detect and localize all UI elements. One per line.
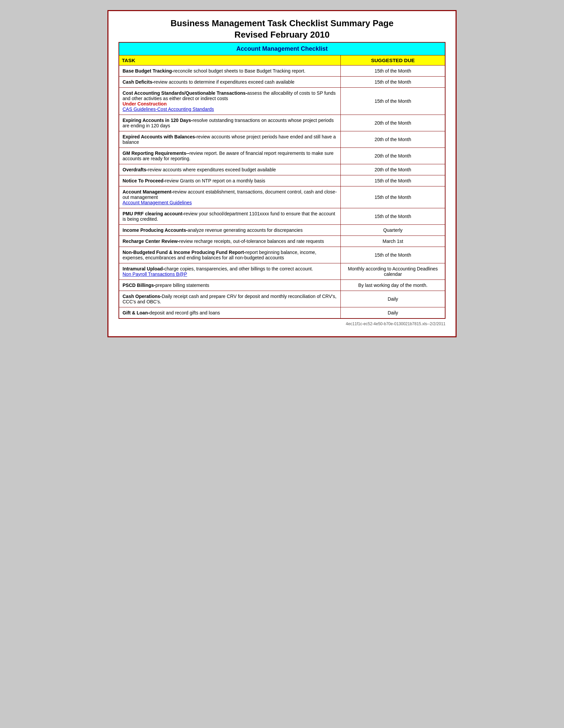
table-row: Intramural Upload-charge copies, transpa… [119, 263, 445, 280]
task-bold-text: Expired Accounts with Balances- [123, 134, 196, 139]
table-row: Account Management-review account establ… [119, 186, 445, 208]
task-normal-text: charge copies, transparencies, and other… [164, 266, 313, 271]
table-row: Non-Budgeted Fund & Income Producing Fun… [119, 247, 445, 263]
table-row: Expiring Accounts in 120 Days-resolve ou… [119, 115, 445, 131]
task-cell: PMU PRF clearing account-review your sch… [119, 208, 341, 224]
due-cell: 20th of the Month [341, 164, 445, 175]
table-row: Cash Deficits-review accounts to determi… [119, 76, 445, 87]
table-row: Expired Accounts with Balances-review ac… [119, 131, 445, 147]
task-cell: Cost Accounting Standards/Questionable T… [119, 87, 341, 115]
task-normal-text: review recharge receipts, out-of-toleran… [179, 239, 324, 244]
task-bold-text: Intramural Upload- [123, 266, 164, 271]
table-row: PMU PRF clearing account-review your sch… [119, 208, 445, 224]
header-row-labels: TASK SUGGESTED DUE [119, 55, 445, 65]
due-cell: 15th of the Month [341, 87, 445, 115]
table-row: Overdrafts-review accounts where expendi… [119, 164, 445, 175]
under-construction-text: Under Construction [123, 101, 167, 106]
title-line2: Revised February 2010 [234, 30, 329, 40]
task-normal-text: review accounts to determine if expendit… [154, 79, 294, 85]
due-cell: March 1st [341, 235, 445, 247]
due-cell: 20th of the Month [341, 147, 445, 164]
due-cell: Monthly according to Accounting Deadline… [341, 263, 445, 280]
col-due-label: SUGGESTED DUE [341, 55, 445, 65]
due-cell: 15th of the Month [341, 247, 445, 263]
due-cell: 20th of the Month [341, 115, 445, 131]
task-bold-text: Cash Deficits- [123, 79, 154, 85]
page-title: Business Management Task Checklist Summa… [119, 18, 445, 41]
footer: 4ec11f1c-ec52-4e50-b70e-0130021b7815.xls… [119, 322, 445, 326]
task-bold-text: Non-Budgeted Fund & Income Producing Fun… [123, 250, 245, 255]
due-cell: 15th of the Month [341, 175, 445, 186]
task-cell: Cash Deficits-review accounts to determi… [119, 76, 341, 87]
task-cell: Intramural Upload-charge copies, transpa… [119, 263, 341, 280]
task-bold-text: Account Management- [123, 189, 173, 195]
title-line1: Business Management Task Checklist Summa… [171, 18, 393, 28]
task-cell: Recharge Center Review-review recharge r… [119, 235, 341, 247]
task-cell: Overdrafts-review accounts where expendi… [119, 164, 341, 175]
task-bold-text: GM Reporting Requirements-- [123, 151, 189, 156]
task-bold-text: Notice To Proceed- [123, 178, 165, 183]
task-normal-text: analyze revenue generating accounts for … [188, 227, 302, 233]
page-container: Business Management Task Checklist Summa… [107, 10, 457, 337]
table-row: Income Producing Accounts-analyze revenu… [119, 224, 445, 235]
due-cell: 15th of the Month [341, 186, 445, 208]
task-cell: Gift & Loan-deposit and record gifts and… [119, 307, 341, 318]
task-cell: Expiring Accounts in 120 Days-resolve ou… [119, 115, 341, 131]
task-normal-text: review Grants on NTP report on a monthly… [165, 178, 266, 183]
task-link[interactable]: CAS Guidelines-Cost Accounting Standards [123, 106, 214, 112]
task-cell: Base Budget Tracking-reconcile school bu… [119, 65, 341, 76]
task-bold-text: Base Budget Tracking- [123, 68, 174, 74]
task-normal-text: prepare billing statements [155, 283, 209, 288]
task-link[interactable]: Account Management Guidelines [123, 200, 192, 205]
table-row: Recharge Center Review-review recharge r… [119, 235, 445, 247]
task-link[interactable]: Non Payroll Transactions B@P [123, 271, 187, 277]
table-row: PSCD Billings-prepare billing statements… [119, 280, 445, 291]
table-header: Account Management Checklist [119, 42, 445, 55]
due-cell: 15th of the Month [341, 208, 445, 224]
due-cell: Daily [341, 291, 445, 307]
due-cell: Daily [341, 307, 445, 318]
task-cell: Account Management-review account establ… [119, 186, 341, 208]
task-bold-text: PMU PRF clearing account- [123, 211, 184, 216]
task-bold-text: Cash Operations- [123, 294, 162, 299]
checklist-table: Account Management Checklist TASK SUGGES… [119, 42, 445, 319]
task-cell: Expired Accounts with Balances-review ac… [119, 131, 341, 147]
due-cell: Quarterly [341, 224, 445, 235]
task-bold-text: Cost Accounting Standards/Questionable T… [123, 90, 247, 96]
table-row: Base Budget Tracking-reconcile school bu… [119, 65, 445, 76]
task-normal-text: reconcile school budget sheets to Base B… [174, 68, 306, 74]
task-bold-text: Recharge Center Review- [123, 239, 179, 244]
table-row: Cash Operations-Daily receipt cash and p… [119, 291, 445, 307]
task-cell: PSCD Billings-prepare billing statements [119, 280, 341, 291]
task-normal-text: review accounts where expenditures excee… [148, 167, 276, 172]
header-row-cyan: Account Management Checklist [119, 42, 445, 55]
task-bold-text: Gift & Loan- [123, 310, 149, 315]
due-cell: 20th of the Month [341, 131, 445, 147]
task-cell: Cash Operations-Daily receipt cash and p… [119, 291, 341, 307]
task-cell: Income Producing Accounts-analyze revenu… [119, 224, 341, 235]
table-row: Cost Accounting Standards/Questionable T… [119, 87, 445, 115]
task-bold-text: Expiring Accounts in 120 Days- [123, 118, 193, 123]
task-cell: GM Reporting Requirements--review report… [119, 147, 341, 164]
task-normal-text: deposit and record gifts and loans [149, 310, 220, 315]
task-cell: Notice To Proceed-review Grants on NTP r… [119, 175, 341, 186]
table-row: Gift & Loan-deposit and record gifts and… [119, 307, 445, 318]
due-cell: 15th of the Month [341, 65, 445, 76]
due-cell: By last working day of the month. [341, 280, 445, 291]
due-cell: 15th of the Month [341, 76, 445, 87]
task-bold-text: Income Producing Accounts- [123, 227, 188, 233]
table-row: Notice To Proceed-review Grants on NTP r… [119, 175, 445, 186]
table-row: GM Reporting Requirements--review report… [119, 147, 445, 164]
task-cell: Non-Budgeted Fund & Income Producing Fun… [119, 247, 341, 263]
col-task-label: TASK [119, 55, 341, 65]
task-bold-text: Overdrafts- [123, 167, 148, 172]
task-bold-text: PSCD Billings- [123, 283, 155, 288]
